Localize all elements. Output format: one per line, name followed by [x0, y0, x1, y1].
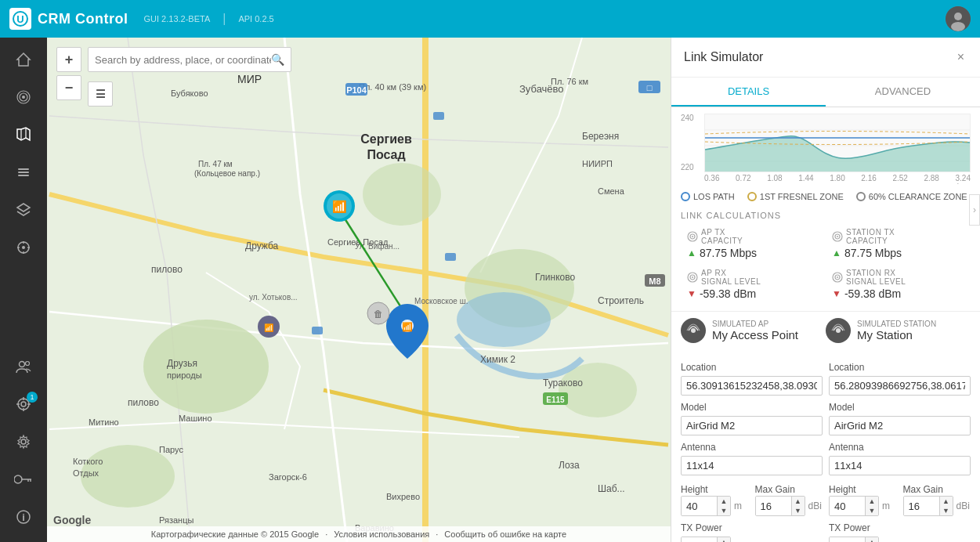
ap-height-down[interactable]: ▼: [718, 506, 730, 515]
version-label: GUI 2.13.2-BETA: [143, 14, 210, 23]
clearance-dot: [856, 192, 866, 201]
users-icon: [16, 359, 31, 378]
sidebar-item-settings[interactable]: [6, 426, 41, 461]
user-avatar[interactable]: [946, 6, 971, 31]
station-maxgain-unit: dBi: [956, 500, 970, 511]
map-list-button[interactable]: ☰: [88, 81, 113, 107]
ap-rx-signal-value: ▼ -59.38 dBm: [687, 287, 819, 300]
station-maxgain-down[interactable]: ▼: [940, 506, 953, 515]
station-height-down[interactable]: ▼: [866, 506, 878, 515]
gps-icon: [16, 240, 31, 259]
station-maxgain-input[interactable]: [904, 497, 939, 515]
svg-text:i: i: [22, 511, 25, 523]
search-input[interactable]: [95, 54, 271, 66]
svg-text:🗑: 🗑: [374, 309, 383, 320]
antenna-row: Antenna Antenna: [681, 439, 971, 479]
simulated-station-header: SIMULATED STATION My Station: [826, 318, 971, 343]
svg-point-23: [26, 361, 30, 365]
station-rx-signal: STATION RXSIGNAL LEVEL ▼ -59.38 dBm: [826, 264, 971, 305]
ap-height-up[interactable]: ▲: [718, 497, 730, 506]
station-model-input[interactable]: [829, 416, 971, 435]
ap-rx-signal-label: AP RXSIGNAL LEVEL: [687, 269, 819, 286]
svg-text:Смена: Смена: [598, 186, 625, 196]
ap-location-input[interactable]: [681, 376, 823, 396]
sidebar-item-list[interactable]: [6, 157, 41, 191]
clearance-label: 60% CLEARANCE ZONE: [869, 192, 967, 201]
sidebar: 1: [0, 38, 47, 542]
station-maxgain-up[interactable]: ▲: [940, 497, 953, 506]
map-report-link[interactable]: Сообщить об ошибке на карте: [444, 529, 566, 539]
sidebar-item-layers[interactable]: [6, 194, 41, 229]
sidebar-item-home[interactable]: [6, 44, 41, 78]
chart-y-label-1: 240: [681, 114, 704, 122]
ap-rx-signal: AP RXSIGNAL LEVEL ▼ -59.38 dBm: [681, 264, 826, 305]
ap-txpower-input[interactable]: [682, 537, 717, 542]
station-height-up[interactable]: ▲: [866, 497, 878, 506]
svg-point-113: [692, 276, 693, 278]
ap-antenna-input[interactable]: [681, 456, 823, 475]
station-height-stepper[interactable]: ▲ ▼: [829, 496, 879, 516]
sidebar-item-signal[interactable]: [6, 81, 41, 116]
map-area[interactable]: Сергиев Посад Зубачёво Береэня НИИРП Сме…: [47, 38, 671, 542]
svg-text:(Кольцевое напр.): (Кольцевое напр.): [194, 169, 260, 178]
ap-maxgain-stepper[interactable]: ▲ ▼: [755, 496, 805, 516]
station-txpower-stepper[interactable]: ▲ ▼: [829, 537, 879, 542]
tab-advanced[interactable]: ADVANCED: [826, 78, 980, 107]
ap-location-field: Location: [681, 359, 823, 399]
chart-x-labels: 0.36 0.72 1.08 1.44 1.80 2.16 2.52 2.88 …: [704, 172, 971, 182]
svg-text:Лоза: Лоза: [559, 460, 580, 471]
svg-text:Тураково: Тураково: [543, 378, 583, 388]
ap-maxgain-down[interactable]: ▼: [792, 506, 805, 515]
chart-inner: [704, 114, 971, 172]
sidebar-item-target[interactable]: 1: [6, 388, 41, 423]
svg-text:📶: 📶: [332, 200, 347, 214]
station-antenna-input[interactable]: [829, 456, 971, 475]
topbar-logo: U CRM Control: [9, 8, 128, 30]
ap-txpower-stepper[interactable]: ▲ ▼: [681, 537, 731, 542]
map-icon: [16, 127, 31, 146]
zoom-in-button[interactable]: +: [56, 47, 81, 72]
svg-text:Глинково: Глинково: [535, 272, 575, 283]
ap-type-label: SIMULATED AP: [712, 320, 798, 328]
map-terms-link[interactable]: Условия использования: [334, 529, 429, 539]
svg-point-43: [457, 292, 551, 347]
svg-text:Дружба: Дружба: [245, 240, 279, 251]
station-height-input[interactable]: [830, 497, 865, 515]
station-location-input[interactable]: [829, 376, 971, 396]
ap-model-input[interactable]: [681, 416, 823, 435]
sidebar-item-key[interactable]: [6, 464, 41, 498]
legend-fresnel[interactable]: 1ST FRESNEL ZONE: [747, 192, 844, 201]
ap-maxgain-input[interactable]: [756, 497, 791, 515]
station-txpower-input[interactable]: [830, 537, 865, 542]
svg-text:Загорск-6: Загорск-6: [269, 472, 307, 482]
scroll-indicator[interactable]: ›: [969, 194, 980, 226]
station-txpower-up[interactable]: ▲: [866, 537, 878, 542]
sidebar-item-info[interactable]: i: [6, 501, 41, 536]
svg-marker-15: [17, 204, 30, 211]
ap-model-label: Model: [681, 402, 823, 413]
svg-text:Друзья: Друзья: [167, 358, 197, 369]
sidebar-item-map[interactable]: [6, 119, 41, 154]
station-location-label: Location: [829, 362, 971, 373]
ap-height-stepper[interactable]: ▲ ▼: [681, 496, 731, 516]
tab-details[interactable]: DETAILS: [671, 78, 826, 107]
close-button[interactable]: ×: [954, 47, 967, 67]
sidebar-item-gps[interactable]: [6, 232, 41, 266]
ap-maxgain-up[interactable]: ▲: [792, 497, 805, 506]
ap-txpower-up[interactable]: ▲: [718, 537, 730, 542]
station-model-field: Model: [829, 399, 971, 439]
svg-text:Пл. 40 км (39 км): Пл. 40 км (39 км): [359, 82, 426, 92]
link-calc-header: LINK CALCULATIONS: [671, 206, 980, 223]
station-rx-trend-icon: ▼: [832, 288, 841, 299]
map-footer-sep: ·: [325, 529, 327, 539]
zoom-out-button[interactable]: −: [56, 75, 81, 100]
ap-height-input[interactable]: [682, 497, 717, 515]
station-maxgain-stepper[interactable]: ▲ ▼: [903, 496, 953, 516]
legend-clearance[interactable]: 60% CLEARANCE ZONE: [856, 192, 967, 201]
legend-los[interactable]: LOS PATH: [681, 192, 735, 201]
map-search[interactable]: 🔍: [88, 47, 291, 72]
fresnel-label: 1ST FRESNEL ZONE: [760, 192, 844, 201]
svg-marker-9: [17, 128, 30, 140]
sidebar-item-users[interactable]: [6, 351, 41, 385]
signal-icon3: [832, 272, 843, 283]
